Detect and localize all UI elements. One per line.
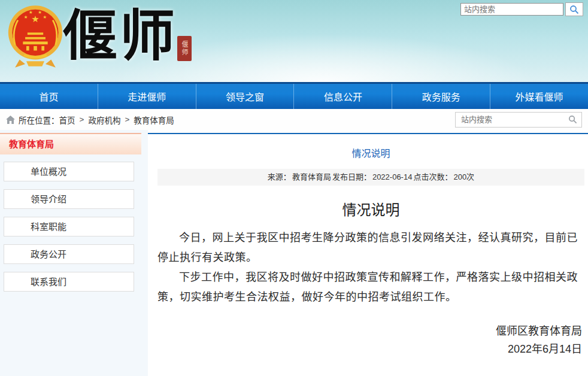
site-title-calligraphy: 偃师 xyxy=(62,0,177,74)
article-heading: 情况说明 xyxy=(157,198,584,219)
sidebar-item-contact[interactable]: 联系我们 xyxy=(4,272,134,292)
page: ★ ★ ★ ★ ★ 偃师 偃师 xyxy=(0,0,588,376)
sidebar-title: 教育体育局 xyxy=(0,133,141,154)
national-emblem-icon: ★ ★ ★ ★ ★ xyxy=(7,3,63,69)
calligraphy-seal: 偃师 xyxy=(177,36,192,61)
article-body: 今日，网上关于我区中招考生降分政策的信息引发网络关注，经认真研究，目前已停止执行… xyxy=(157,228,584,307)
main-nav: 首页 走进偃师 领导之窗 信息公开 政务服务 外媒看偃师 xyxy=(0,82,588,109)
meta-clicks-label: 点击次数： xyxy=(413,172,452,181)
signature-date: 2022年6月14日 xyxy=(157,340,582,358)
breadcrumb-item-home[interactable]: 首页 xyxy=(59,114,75,126)
header-search xyxy=(460,2,583,16)
breadcrumb-search xyxy=(455,112,582,128)
meta-source-value: 教育体育局 xyxy=(292,172,331,181)
article-paragraph: 今日，网上关于我区中招考生降分政策的信息引发网络关注，经认真研究，目前已停止执行… xyxy=(157,228,584,268)
sidebar-item-leadership[interactable]: 领导介绍 xyxy=(4,189,134,209)
svg-text:★: ★ xyxy=(43,14,47,20)
sidebar-item-disclosure[interactable]: 政务公开 xyxy=(4,244,134,264)
content-area: 教育体育局 单位概况 领导介绍 科室职能 政务公开 联系我们 情况说明 来源：教… xyxy=(0,130,588,376)
signature-org: 偃师区教育体育局 xyxy=(157,322,582,340)
search-icon[interactable] xyxy=(568,115,577,124)
sidebar-item-departments[interactable]: 科室职能 xyxy=(4,217,134,236)
header-search-input[interactable] xyxy=(460,3,563,16)
meta-clicks-value: 200次 xyxy=(453,172,474,181)
article-meta-bar: 来源：教育体育局发布日期：2022-06-14点击次数：200次 xyxy=(157,169,584,186)
nav-item-about[interactable]: 走进偃师 xyxy=(98,84,196,109)
nav-item-leaders[interactable]: 领导之窗 xyxy=(196,84,294,109)
article-panel: 情况说明 来源：教育体育局发布日期：2022-06-14点击次数：200次 情况… xyxy=(148,133,588,376)
nav-item-media[interactable]: 外媒看偃师 xyxy=(490,84,588,109)
breadcrumb-bar: 所在位置： 首页 > 政府机构 > 教育体育局 xyxy=(0,109,588,130)
article-paragraph: 下步工作中，我区将及时做好中招政策宣传和解释工作，严格落实上级中招相关政策，切实… xyxy=(157,268,584,307)
meta-date-value: 2022-06-14 xyxy=(372,172,413,181)
svg-text:★: ★ xyxy=(31,14,39,24)
sidebar-menu: 单位概况 领导介绍 科室职能 政务公开 联系我们 xyxy=(0,162,148,292)
breadcrumb-item-current[interactable]: 教育体育局 xyxy=(134,114,174,126)
article-link-title[interactable]: 情况说明 xyxy=(157,145,584,160)
sidebar-item-overview[interactable]: 单位概况 xyxy=(4,162,134,181)
nav-item-home[interactable]: 首页 xyxy=(0,84,98,109)
breadcrumb-item-agencies[interactable]: 政府机构 xyxy=(88,114,120,126)
breadcrumb-label: 所在位置： xyxy=(19,114,59,126)
home-icon xyxy=(6,116,15,124)
meta-source-label: 来源： xyxy=(268,172,291,181)
article-signature: 偃师区教育体育局 2022年6月14日 xyxy=(157,322,584,358)
meta-date-label: 发布日期： xyxy=(332,172,371,181)
breadcrumb-separator: > xyxy=(125,115,129,124)
svg-text:★: ★ xyxy=(38,10,42,15)
svg-text:★: ★ xyxy=(29,10,33,15)
svg-text:★: ★ xyxy=(24,14,28,20)
breadcrumb-separator: > xyxy=(80,115,84,124)
search-icon xyxy=(569,5,579,14)
nav-item-services[interactable]: 政务服务 xyxy=(392,84,490,109)
site-header: ★ ★ ★ ★ ★ 偃师 偃师 xyxy=(0,0,588,82)
sidebar: 教育体育局 单位概况 领导介绍 科室职能 政务公开 联系我们 xyxy=(0,130,148,376)
header-search-button[interactable] xyxy=(565,2,583,16)
nav-item-info[interactable]: 信息公开 xyxy=(293,84,392,109)
breadcrumb-search-input[interactable] xyxy=(460,114,568,125)
